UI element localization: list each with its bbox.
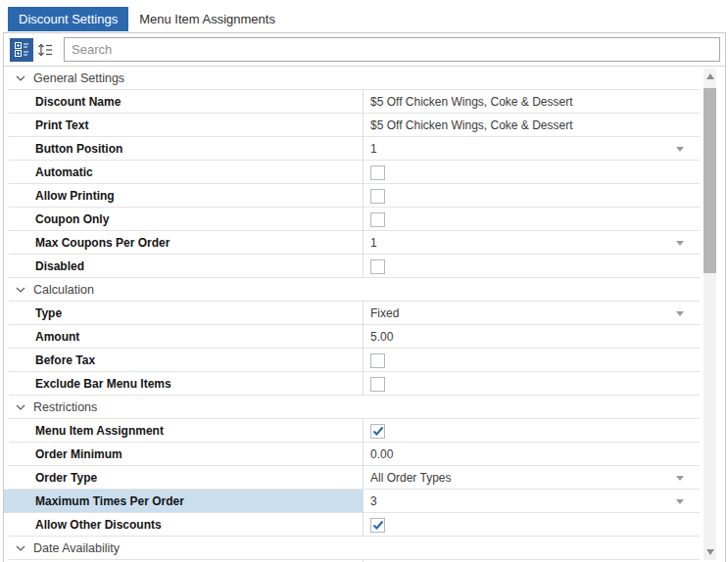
property-value-cell: All Order Types	[364, 466, 700, 490]
property-row-button-position[interactable]: Button Position1	[4, 137, 700, 161]
dropdown-arrow-icon[interactable]	[676, 147, 684, 152]
property-label: Type	[4, 302, 364, 325]
max-coupons-per-order-value[interactable]: 1	[370, 236, 377, 250]
property-row-menu-item-assignment[interactable]: Menu Item Assignment	[4, 419, 700, 443]
property-value-cell	[364, 349, 700, 372]
sort-order-icon	[36, 41, 54, 59]
maximum-times-per-order-value[interactable]: 3	[370, 494, 377, 508]
type-value[interactable]: Fixed	[370, 306, 399, 320]
category-row-restrictions[interactable]: Restrictions	[4, 396, 700, 419]
chevron-down-icon[interactable]	[16, 545, 25, 551]
before-tax-checkbox[interactable]	[370, 353, 385, 368]
property-label: Discount Name	[4, 90, 364, 114]
property-row-allow-other-discounts[interactable]: Allow Other Discounts	[4, 513, 700, 537]
property-value-cell: Fixed	[364, 302, 700, 325]
dropdown-arrow-icon[interactable]	[676, 311, 684, 316]
scroll-down-button[interactable]	[704, 546, 716, 558]
property-value-cell: $5 Off Chicken Wings, Coke & Dessert	[364, 114, 700, 137]
property-value-cell: 0.00	[364, 443, 700, 466]
order-type-value[interactable]: All Order Types	[370, 471, 451, 485]
property-row-order-minimum[interactable]: Order Minimum0.00	[4, 443, 700, 466]
automatic-checkbox[interactable]	[370, 165, 385, 180]
scroll-up-button[interactable]	[704, 70, 716, 82]
order-minimum-value[interactable]: 0.00	[370, 447, 393, 461]
property-value-cell: 1	[364, 137, 700, 161]
category-row-general-settings[interactable]: General Settings	[4, 67, 700, 90]
property-row-coupon-only[interactable]: Coupon Only	[4, 208, 700, 231]
tab-discount-settings[interactable]: Discount Settings	[8, 7, 128, 31]
category-label: General Settings	[33, 71, 124, 85]
property-label: Order Type	[4, 466, 364, 490]
categorized-view-icon	[14, 41, 29, 58]
menu-item-assignment-checkbox[interactable]	[370, 424, 385, 439]
property-label: Allow Printing	[4, 184, 364, 208]
settings-panel: General SettingsDiscount Name$5 Off Chic…	[3, 32, 726, 562]
checkmark-icon	[372, 520, 384, 531]
property-value-cell: 1	[364, 231, 700, 255]
category-row-calculation[interactable]: Calculation	[4, 278, 700, 302]
dropdown-arrow-icon[interactable]	[676, 241, 684, 246]
scrollbar-thumb[interactable]	[704, 88, 716, 273]
property-label: Order Minimum	[4, 443, 364, 466]
allow-other-discounts-checkbox[interactable]	[370, 518, 385, 533]
property-row-amount[interactable]: Amount5.00	[4, 325, 700, 349]
property-grid-rows: General SettingsDiscount Name$5 Off Chic…	[4, 67, 700, 562]
property-row-disabled[interactable]: Disabled	[4, 255, 700, 278]
print-text-value[interactable]: $5 Off Chicken Wings, Coke & Dessert	[370, 118, 573, 132]
amount-value[interactable]: 5.00	[370, 330, 393, 344]
property-grid: General SettingsDiscount Name$5 Off Chic…	[4, 66, 725, 562]
search-input[interactable]	[64, 37, 720, 62]
category-label: Restrictions	[33, 400, 97, 414]
property-value-cell: 3	[364, 490, 700, 513]
property-label: Amount	[4, 325, 364, 349]
scroll-down-arrow-icon	[706, 549, 714, 555]
tab-menu-item-assignments[interactable]: Menu Item Assignments	[128, 7, 286, 31]
property-value-cell	[364, 184, 700, 208]
property-value-cell	[364, 208, 700, 231]
property-value-cell	[364, 161, 700, 184]
scroll-up-arrow-icon	[706, 73, 714, 79]
property-value-cell	[364, 419, 700, 443]
property-label: Button Position	[4, 137, 364, 161]
vertical-scrollbar[interactable]	[704, 69, 716, 560]
property-row-automatic[interactable]: Automatic	[4, 161, 700, 184]
discount-name-value[interactable]: $5 Off Chicken Wings, Coke & Dessert	[370, 95, 573, 109]
categorized-view-button[interactable]	[10, 38, 33, 62]
property-row-order-type[interactable]: Order TypeAll Order Types	[4, 466, 700, 490]
property-label: Allow Other Discounts	[4, 513, 364, 537]
dropdown-arrow-icon[interactable]	[676, 499, 684, 504]
chevron-down-icon[interactable]	[16, 75, 25, 81]
property-value-cell	[364, 372, 700, 396]
property-row-type[interactable]: TypeFixed	[4, 302, 700, 325]
property-label: Print Text	[4, 114, 364, 137]
property-value-cell	[364, 255, 700, 278]
property-value-cell: 5.00	[364, 325, 700, 349]
property-label: Maximum Times Per Order	[4, 490, 364, 513]
button-position-value[interactable]: 1	[370, 142, 377, 156]
property-label: Before Tax	[4, 349, 364, 372]
property-label: Max Coupons Per Order	[4, 231, 364, 255]
property-row-allow-printing[interactable]: Allow Printing	[4, 184, 700, 208]
checkmark-icon	[372, 426, 384, 437]
property-row-before-tax[interactable]: Before Tax	[4, 349, 700, 372]
category-row-date-availability[interactable]: Date Availability	[4, 537, 700, 560]
property-row-print-text[interactable]: Print Text$5 Off Chicken Wings, Coke & D…	[4, 114, 700, 137]
chevron-down-icon[interactable]	[16, 404, 25, 410]
tab-bar: Discount Settings Menu Item Assignments	[0, 0, 728, 32]
property-label: Exclude Bar Menu Items	[4, 372, 364, 396]
property-row-exclude-bar-menu-items[interactable]: Exclude Bar Menu Items	[4, 372, 700, 396]
property-row-max-coupons-per-order[interactable]: Max Coupons Per Order1	[4, 231, 700, 255]
dropdown-arrow-icon[interactable]	[676, 476, 684, 481]
property-row-maximum-times-per-order[interactable]: Maximum Times Per Order3	[4, 490, 700, 513]
coupon-only-checkbox[interactable]	[370, 212, 385, 227]
disabled-checkbox[interactable]	[370, 259, 385, 274]
category-label: Calculation	[33, 283, 94, 297]
allow-printing-checkbox[interactable]	[370, 189, 385, 204]
property-label: Menu Item Assignment	[4, 419, 364, 443]
exclude-bar-menu-items-checkbox[interactable]	[370, 377, 385, 392]
property-label: Automatic	[4, 161, 364, 184]
chevron-down-icon[interactable]	[16, 287, 25, 293]
sort-order-button[interactable]	[33, 38, 57, 62]
property-row-discount-name[interactable]: Discount Name$5 Off Chicken Wings, Coke …	[4, 90, 700, 114]
property-label: Disabled	[4, 255, 364, 278]
